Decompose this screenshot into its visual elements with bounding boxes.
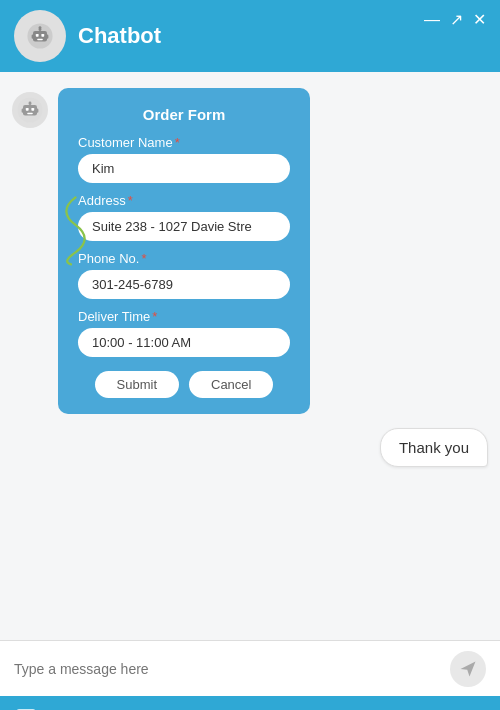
cancel-button[interactable]: Cancel xyxy=(189,371,273,398)
svg-point-6 xyxy=(39,26,42,29)
address-label: Address* xyxy=(78,193,290,208)
svg-rect-12 xyxy=(31,108,34,111)
user-message-row: Thank you xyxy=(12,428,488,467)
svg-rect-8 xyxy=(46,35,48,39)
bot-avatar xyxy=(12,92,48,128)
send-icon xyxy=(459,660,477,678)
svg-rect-16 xyxy=(36,109,38,113)
message-input[interactable] xyxy=(14,661,450,677)
input-bar xyxy=(0,640,500,696)
window-controls: — ↗ ✕ xyxy=(424,12,486,28)
order-form-card: Order Form Customer Name* Address* Phone… xyxy=(58,88,310,414)
close-button[interactable]: ✕ xyxy=(473,12,486,28)
svg-rect-15 xyxy=(22,109,24,113)
phone-label: Phone No.* xyxy=(78,251,290,266)
deliver-time-input[interactable] xyxy=(78,328,290,357)
phone-input[interactable] xyxy=(78,270,290,299)
chat-body: Order Form Customer Name* Address* Phone… xyxy=(0,72,500,640)
address-input[interactable] xyxy=(78,212,290,241)
submit-button[interactable]: Submit xyxy=(95,371,179,398)
header: Chatbot — ↗ ✕ xyxy=(0,0,500,72)
customer-name-input[interactable] xyxy=(78,154,290,183)
bot-message-row: Order Form Customer Name* Address* Phone… xyxy=(12,88,488,414)
user-bubble: Thank you xyxy=(380,428,488,467)
minimize-button[interactable]: — xyxy=(424,12,440,28)
required-star-deliver: * xyxy=(152,309,157,324)
bot-avatar-header xyxy=(14,10,66,62)
required-star-address: * xyxy=(128,193,133,208)
svg-rect-13 xyxy=(27,113,33,114)
form-buttons: Submit Cancel xyxy=(78,371,290,398)
required-star-name: * xyxy=(175,135,180,150)
header-title: Chatbot xyxy=(78,23,161,49)
svg-rect-14 xyxy=(29,102,32,106)
customer-name-label: Customer Name* xyxy=(78,135,290,150)
order-form-title: Order Form xyxy=(78,106,290,123)
send-button[interactable] xyxy=(450,651,486,687)
footer: Chat with Agent Powered by Comm100 xyxy=(0,696,500,710)
maximize-button[interactable]: ↗ xyxy=(450,12,463,28)
deliver-time-label: Deliver Time* xyxy=(78,309,290,324)
svg-rect-3 xyxy=(41,34,44,37)
svg-rect-7 xyxy=(32,35,34,39)
svg-rect-2 xyxy=(36,34,39,37)
svg-rect-4 xyxy=(37,39,43,40)
svg-rect-11 xyxy=(26,108,29,111)
required-star-phone: * xyxy=(141,251,146,266)
